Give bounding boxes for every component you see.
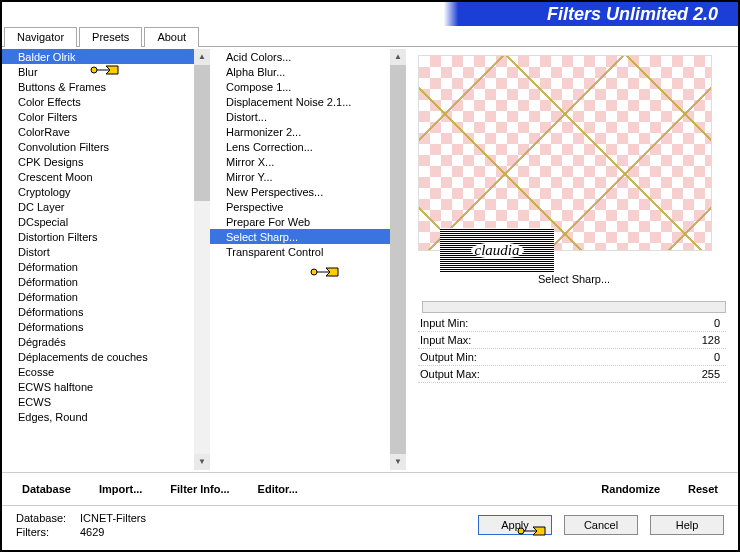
button-label: Help	[676, 519, 699, 531]
list-item[interactable]: Harmonizer 2...	[210, 124, 390, 139]
list-item[interactable]: ECWS halftone	[2, 379, 194, 394]
param-label: Output Max:	[420, 368, 480, 380]
cancel-button[interactable]: Cancel	[564, 515, 638, 535]
filter-pane: Acid Colors...Alpha Blur...Compose 1...D…	[210, 47, 406, 472]
progress-bar	[422, 301, 726, 313]
list-item[interactable]: ECWS	[2, 394, 194, 409]
action-bar: Database Import... Filter Info... Editor…	[2, 472, 738, 506]
list-item[interactable]: Distortion Filters	[2, 229, 194, 244]
list-item[interactable]: Color Filters	[2, 109, 194, 124]
database-button[interactable]: Database	[22, 483, 71, 495]
randomize-button[interactable]: Randomize	[601, 483, 660, 495]
list-item[interactable]: Ecosse	[2, 364, 194, 379]
scroll-thumb[interactable]	[390, 65, 406, 454]
filter-scrollbar[interactable]: ▲ ▼	[390, 49, 406, 470]
scroll-thumb[interactable]	[194, 65, 210, 201]
list-item[interactable]: Distort...	[210, 109, 390, 124]
scroll-down-icon[interactable]: ▼	[390, 454, 406, 470]
list-item[interactable]: Mirror Y...	[210, 169, 390, 184]
list-item[interactable]: Perspective	[210, 199, 390, 214]
list-item[interactable]: Color Effects	[2, 94, 194, 109]
button-label: Apply	[501, 519, 529, 531]
filters-count-value: 4629	[80, 526, 104, 538]
tab-label: About	[157, 31, 186, 43]
watermark-stamp: claudia	[440, 228, 554, 272]
list-item[interactable]: ColorRave	[2, 124, 194, 139]
db-value: ICNET-Filters	[80, 512, 146, 524]
preview-pattern	[418, 55, 712, 251]
title-banner: Filters Unlimited 2.0	[2, 2, 738, 26]
param-row[interactable]: Output Min:0	[418, 349, 726, 366]
list-item[interactable]: Select Sharp...	[210, 229, 390, 244]
list-item[interactable]: Blur	[2, 64, 194, 79]
parameter-list: Input Min:0Input Max:128Output Min:0Outp…	[418, 315, 726, 383]
list-item[interactable]: Mirror X...	[210, 154, 390, 169]
selected-filter-title: Select Sharp...	[538, 273, 610, 285]
list-item[interactable]: Déplacements de couches	[2, 349, 194, 364]
param-value: 0	[714, 317, 720, 329]
scroll-up-icon[interactable]: ▲	[390, 49, 406, 65]
param-value: 128	[702, 334, 720, 346]
list-item[interactable]: Cryptology	[2, 184, 194, 199]
filter-list[interactable]: Acid Colors...Alpha Blur...Compose 1...D…	[210, 49, 390, 470]
list-item[interactable]: Transparent Control	[210, 244, 390, 259]
list-item[interactable]: Convolution Filters	[2, 139, 194, 154]
list-item[interactable]: Alpha Blur...	[210, 64, 390, 79]
list-item[interactable]: Crescent Moon	[2, 169, 194, 184]
category-list[interactable]: Balder OlrikBlurButtons & FramesColor Ef…	[2, 49, 194, 470]
list-item[interactable]: Lens Correction...	[210, 139, 390, 154]
tab-label: Presets	[92, 31, 129, 43]
filters-count-label: Filters:	[16, 526, 74, 538]
category-pane: Balder OlrikBlurButtons & FramesColor Ef…	[2, 47, 210, 472]
tab-navigator[interactable]: Navigator	[4, 27, 77, 47]
button-label: Cancel	[584, 519, 618, 531]
app-title: Filters Unlimited 2.0	[547, 4, 718, 25]
list-item[interactable]: Distort	[2, 244, 194, 259]
list-item[interactable]: Edges, Round	[2, 409, 194, 424]
scroll-up-icon[interactable]: ▲	[194, 49, 210, 65]
help-button[interactable]: Help	[650, 515, 724, 535]
tab-about[interactable]: About	[144, 27, 199, 47]
list-item[interactable]: Buttons & Frames	[2, 79, 194, 94]
list-item[interactable]: DC Layer	[2, 199, 194, 214]
tab-presets[interactable]: Presets	[79, 27, 142, 47]
scroll-down-icon[interactable]: ▼	[194, 454, 210, 470]
list-item[interactable]: Acid Colors...	[210, 49, 390, 64]
footer-bar: Database:ICNET-Filters Filters:4629 Appl…	[2, 506, 738, 544]
param-row[interactable]: Input Min:0	[418, 315, 726, 332]
scroll-track[interactable]	[194, 65, 210, 454]
param-row[interactable]: Output Max:255	[418, 366, 726, 383]
list-item[interactable]: CPK Designs	[2, 154, 194, 169]
list-item[interactable]: Déformations	[2, 304, 194, 319]
param-label: Output Min:	[420, 351, 477, 363]
category-scrollbar[interactable]: ▲ ▼	[194, 49, 210, 470]
list-item[interactable]: Displacement Noise 2.1...	[210, 94, 390, 109]
editor-button[interactable]: Editor...	[258, 483, 298, 495]
list-item[interactable]: Déformations	[2, 319, 194, 334]
list-item[interactable]: DCspecial	[2, 214, 194, 229]
list-item[interactable]: New Perspectives...	[210, 184, 390, 199]
param-label: Input Max:	[420, 334, 471, 346]
tab-label: Navigator	[17, 31, 64, 43]
list-item[interactable]: Déformation	[2, 289, 194, 304]
param-row[interactable]: Input Max:128	[418, 332, 726, 349]
watermark-text: claudia	[471, 242, 524, 259]
list-item[interactable]: Prepare For Web	[210, 214, 390, 229]
list-item[interactable]: Déformation	[2, 259, 194, 274]
meta-info: Database:ICNET-Filters Filters:4629	[16, 512, 146, 538]
param-label: Input Min:	[420, 317, 468, 329]
list-item[interactable]: Balder Olrik	[2, 49, 194, 64]
db-label: Database:	[16, 512, 74, 524]
filter-info-button[interactable]: Filter Info...	[170, 483, 229, 495]
param-value: 255	[702, 368, 720, 380]
list-item[interactable]: Dégradés	[2, 334, 194, 349]
preview-image	[418, 55, 712, 251]
reset-button[interactable]: Reset	[688, 483, 718, 495]
tab-strip: Navigator Presets About	[2, 26, 738, 47]
scroll-track[interactable]	[390, 65, 406, 454]
import-button[interactable]: Import...	[99, 483, 142, 495]
list-item[interactable]: Déformation	[2, 274, 194, 289]
list-item[interactable]: Compose 1...	[210, 79, 390, 94]
apply-button[interactable]: Apply	[478, 515, 552, 535]
param-value: 0	[714, 351, 720, 363]
